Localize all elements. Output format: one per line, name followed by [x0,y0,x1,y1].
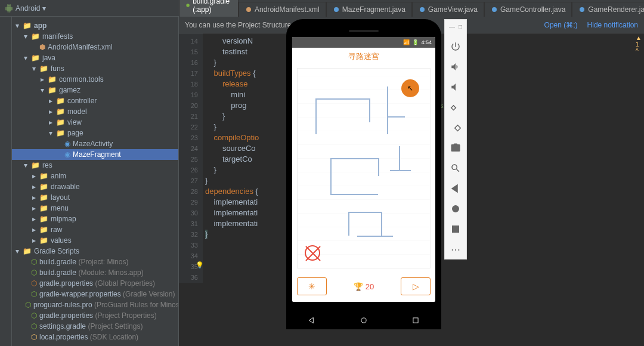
tree-gradle-properties[interactable]: ⬡gradle.properties (Global Properties) [12,278,178,289]
folder-icon: 📁 [39,172,48,180]
tree-app[interactable]: ▾📁app [12,20,178,31]
overview-icon[interactable] [450,223,462,235]
emulator-device-frame: 📶 🔋 4:54 寻路迷宫 ↖ ✳ 🏆 [286,19,441,329]
tree-arrow-icon: ▾ [31,64,37,73]
minimize-icon[interactable]: — [449,23,455,30]
tree-view[interactable]: ▸📁view [12,117,178,128]
tree-gradle-wrapper-properties[interactable]: ⬡gradle-wrapper.properties (Gradle Versi… [12,289,178,299]
home-icon[interactable] [450,203,462,215]
svg-point-4 [492,7,497,12]
gradle-file-icon: ⬡ [31,333,37,341]
tree-mazefragment[interactable]: ◉MazeFragment [12,149,178,160]
tree-local-properties[interactable]: ⬡local.properties (SDK Location) [12,332,178,342]
tree-arrow-icon: ▸ [31,225,37,234]
svg-point-2 [334,7,339,12]
volume-down-icon[interactable] [450,81,462,93]
svg-rect-7 [413,318,418,323]
tree-res[interactable]: ▾📁res [12,160,178,171]
folder-icon: 📁 [48,86,57,94]
tab-gamerenderer-java[interactable]: GameRenderer.java [572,2,644,17]
tree-settings-gradle[interactable]: ⬡settings.gradle (Project Settings) [12,321,178,332]
tree-layout[interactable]: ▸📁layout [12,192,178,203]
warning-indicator[interactable]: ▲ 1 ^ [636,35,643,54]
volume-up-icon[interactable] [450,61,462,73]
tree-androidmanifest-xml[interactable]: ⬢AndroidManifest.xml [12,42,178,52]
tab-build-gradle-app-[interactable]: build.gradle (:app) [179,0,239,17]
tab-gameview-java[interactable]: GameView.java [412,2,484,17]
tree-gradle-scripts[interactable]: ▾📁Gradle Scripts [12,246,178,257]
tree-arrow-icon: ▾ [14,21,20,30]
device-screen: 📶 🔋 4:54 寻路迷宫 ↖ ✳ 🏆 [292,37,435,302]
tree-arrow-icon: ▸ [48,97,54,105]
power-icon[interactable] [450,41,462,52]
folder-icon: 📁 [31,161,40,169]
folder-icon: 📁 [48,75,57,84]
nav-back-icon[interactable] [308,316,316,325]
player-ball[interactable]: ↖ [401,79,419,97]
maze-game-area[interactable]: ↖ [297,68,431,268]
tree-build-gradle[interactable]: ⬡build.gradle (Module: Minos.app) [12,267,178,278]
trophy-icon: 🏆 [354,282,363,291]
tree-mipmap[interactable]: ▸📁mipmap [12,214,178,224]
tree-model[interactable]: ▸📁model [12,106,178,117]
tool-window-bar[interactable] [0,17,12,346]
xml-file-icon [245,6,252,13]
tree-values[interactable]: ▸📁values [12,235,178,246]
battery-icon: 🔋 [412,39,419,45]
tab-mazefragment-java[interactable]: MazeFragment.java [326,2,412,17]
tree-java[interactable]: ▾📁java [12,52,178,63]
tree-mazeactivity[interactable]: ◉MazeActivity [12,138,178,149]
close-icon[interactable]: □ [459,23,462,30]
rotate-left-icon[interactable] [450,101,462,113]
nav-home-icon[interactable] [360,316,368,325]
tree-anim[interactable]: ▸📁anim [12,171,178,181]
intention-bulb-icon[interactable]: 💡 [196,261,204,269]
folder-icon: 📁 [56,97,65,105]
tab-gamecontroller-java[interactable]: GameController.java [484,2,572,17]
folder-icon: 📁 [39,183,48,191]
tab-androidmanifest-xml[interactable]: AndroidManifest.xml [239,2,326,17]
kotlin-file-icon: ◉ [64,150,70,159]
open-project-structure-link[interactable]: Open (⌘;) [544,21,578,29]
zoom-icon[interactable] [450,162,462,174]
tree-funs[interactable]: ▾📁funs [12,63,178,74]
tree-raw[interactable]: ▸📁raw [12,224,178,235]
tree-drawable[interactable]: ▸📁drawable [12,181,178,192]
maze-target [305,245,320,261]
wifi-icon: 📶 [403,39,410,45]
svg-point-8 [453,206,459,212]
back-icon[interactable] [450,183,462,194]
more-icon[interactable]: ⋯ [450,243,462,255]
java-file-icon [491,6,498,13]
folder-icon: 📁 [39,236,48,245]
java-file-icon [578,6,586,13]
folder-icon: 📁 [56,118,65,126]
emulator-toolbar: — □ ⋯ [444,19,467,260]
folder-icon: 📁 [39,64,48,73]
cursor-icon: ↖ [407,84,413,92]
tree-gamez[interactable]: ▾📁gamez [12,85,178,95]
tree-manifests[interactable]: ▾📁manifests [12,31,178,42]
tree-common-tools[interactable]: ▸📁common.tools [12,74,178,85]
tree-proguard-rules-pro[interactable]: ⬡proguard-rules.pro (ProGuard Rules for … [12,299,178,310]
hide-notification-link[interactable]: Hide notification [587,21,638,29]
folder-icon: 📁 [31,54,40,62]
reset-button[interactable]: ✳ [297,277,327,295]
tree-page[interactable]: ▾📁page [12,128,178,138]
rotate-right-icon[interactable] [450,122,462,134]
nav-overview-icon[interactable] [411,316,420,325]
android-view-selector[interactable]: Android ▾ [5,4,46,13]
tree-build-gradle[interactable]: ⬡build.gradle (Project: Minos) [12,257,178,267]
folder-icon: 📁 [23,21,32,30]
gradle-file-icon: ⬡ [31,268,37,277]
gradle-file-icon: ⬡ [31,290,37,298]
tree-arrow-icon: ▸ [31,236,37,245]
tree-menu[interactable]: ▸📁menu [12,203,178,214]
camera-icon[interactable] [450,142,462,154]
play-button[interactable]: ▷ [401,277,431,295]
kotlin-file-icon: ◉ [64,140,70,148]
tree-arrow-icon: ▾ [23,54,29,62]
dropdown-arrow-icon: ▾ [42,4,46,13]
tree-gradle-properties[interactable]: ⬡gradle.properties (Project Properties) [12,310,178,321]
tree-controller[interactable]: ▸📁controller [12,95,178,106]
